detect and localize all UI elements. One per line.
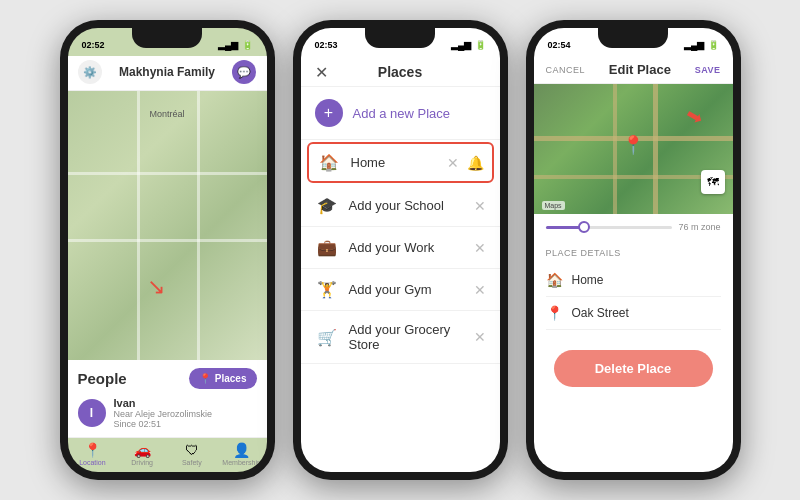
- safety-icon: 🛡: [185, 442, 199, 458]
- people-label: People: [78, 370, 127, 387]
- phone-2: 02:53 ▂▄▆ 🔋 ✕ Places + Add a new Place 🏠…: [293, 20, 508, 480]
- place-detail-name: Home: [572, 273, 604, 287]
- places-screen-header: ✕ Places: [301, 56, 500, 87]
- places-screen-title: Places: [378, 64, 422, 80]
- radius-track[interactable]: [546, 226, 673, 229]
- preview-road-v2: [653, 84, 658, 214]
- location-icon: 📍: [84, 442, 101, 458]
- places-button[interactable]: 📍 Places: [189, 368, 257, 389]
- map-road-h1: [68, 172, 267, 175]
- place-name-school: Add your School: [349, 198, 464, 213]
- place-name-grocery: Add your Grocery Store: [349, 322, 464, 352]
- map-arrow: ↘: [147, 274, 165, 300]
- phone-3: 02:54 ▂▄▆ 🔋 CANCEL Edit Place SAVE 📍 ➡ M…: [526, 20, 741, 480]
- places-icon: 📍: [199, 373, 211, 384]
- people-header: People 📍 Places: [78, 368, 257, 389]
- add-place-text: Add a new Place: [353, 106, 451, 121]
- preview-road-v1: [613, 84, 617, 214]
- place-name-icon: 🏠: [546, 272, 564, 288]
- gym-remove-icon[interactable]: ✕: [474, 282, 486, 298]
- map-pin: 📍: [622, 134, 644, 156]
- tab-safety[interactable]: 🛡 Safety: [167, 442, 217, 466]
- map-road-v2: [197, 91, 200, 360]
- wifi-icon: ▂▄▆: [218, 40, 238, 50]
- map-area: Montréal ↘: [68, 91, 267, 360]
- place-item-school[interactable]: 🎓 Add your School ✕: [301, 185, 500, 227]
- place-item-work[interactable]: 💼 Add your Work ✕: [301, 227, 500, 269]
- person-info: Ivan Near Aleje Jerozolimskie Since 02:5…: [114, 397, 213, 429]
- radius-thumb[interactable]: [578, 221, 590, 233]
- tab-driving[interactable]: 🚗 Driving: [117, 442, 167, 466]
- save-button[interactable]: SAVE: [695, 65, 721, 75]
- school-icon: 🎓: [315, 196, 339, 215]
- map-road-v1: [137, 91, 140, 360]
- driving-icon: 🚗: [134, 442, 151, 458]
- bottom-tabs: 📍 Location 🚗 Driving 🛡 Safety 👤 Membersh…: [68, 437, 267, 472]
- status-icons-3: ▂▄▆ 🔋: [684, 40, 718, 50]
- place-detail-address: Oak Street: [572, 306, 629, 320]
- battery-icon: 🔋: [242, 40, 253, 50]
- wifi-icon-3: ▂▄▆: [684, 40, 704, 50]
- family-name: Makhynia Family: [119, 65, 215, 79]
- place-item-home[interactable]: 🏠 Home ✕ 🔔: [307, 142, 494, 183]
- map-road-h2: [68, 239, 267, 242]
- status-time-1: 02:52: [82, 40, 105, 50]
- notch-2: [365, 28, 435, 48]
- gym-icon: 🏋: [315, 280, 339, 299]
- person-avatar: I: [78, 399, 106, 427]
- tab-location[interactable]: 📍 Location: [68, 442, 118, 466]
- edit-title: Edit Place: [609, 62, 671, 77]
- add-place-icon: +: [315, 99, 343, 127]
- phone-1: 02:52 ▂▄▆ 🔋 ⚙️ Makhynia Family 💬 Montréa…: [60, 20, 275, 480]
- status-icons-2: ▂▄▆ 🔋: [451, 40, 485, 50]
- map-layers-button[interactable]: 🗺: [701, 170, 725, 194]
- home-actions: ✕ 🔔: [447, 155, 484, 171]
- grocery-remove-icon[interactable]: ✕: [474, 329, 486, 345]
- place-item-grocery[interactable]: 🛒 Add your Grocery Store ✕: [301, 311, 500, 364]
- phone-2-screen: 02:53 ▂▄▆ 🔋 ✕ Places + Add a new Place 🏠…: [301, 28, 500, 472]
- phone-1-screen: 02:52 ▂▄▆ 🔋 ⚙️ Makhynia Family 💬 Montréa…: [68, 28, 267, 472]
- location-tab-label: Location: [79, 459, 105, 466]
- settings-icon[interactable]: ⚙️: [78, 60, 102, 84]
- edit-header: CANCEL Edit Place SAVE: [534, 56, 733, 84]
- home-remove-icon[interactable]: ✕: [447, 155, 459, 171]
- place-name-home: Home: [351, 155, 437, 170]
- safety-tab-label: Safety: [182, 459, 202, 466]
- battery-icon-2: 🔋: [475, 40, 486, 50]
- home-icon: 🏠: [317, 153, 341, 172]
- wifi-icon-2: ▂▄▆: [451, 40, 471, 50]
- add-place-row[interactable]: + Add a new Place: [301, 87, 500, 140]
- cancel-button[interactable]: CANCEL: [546, 65, 586, 75]
- places-btn-label: Places: [215, 373, 247, 384]
- delete-place-button[interactable]: Delete Place: [554, 350, 713, 387]
- person-row: I Ivan Near Aleje Jerozolimskie Since 02…: [78, 397, 257, 429]
- grocery-icon: 🛒: [315, 328, 339, 347]
- map-header: ⚙️ Makhynia Family 💬: [68, 56, 267, 91]
- person-name: Ivan: [114, 397, 213, 409]
- status-time-3: 02:54: [548, 40, 571, 50]
- membership-icon: 👤: [233, 442, 250, 458]
- phone-3-screen: 02:54 ▂▄▆ 🔋 CANCEL Edit Place SAVE 📍 ➡ M…: [534, 28, 733, 472]
- places-list: + Add a new Place 🏠 Home ✕ 🔔 🎓 Add your …: [301, 87, 500, 472]
- work-icon: 💼: [315, 238, 339, 257]
- status-icons-1: ▂▄▆ 🔋: [218, 40, 252, 50]
- detail-row-address: 📍 Oak Street: [546, 297, 721, 330]
- status-time-2: 02:53: [315, 40, 338, 50]
- map-preview: 📍 ➡ Maps 🗺: [534, 84, 733, 214]
- place-details-title: Place details: [546, 248, 721, 258]
- tab-membership[interactable]: 👤 Membership: [217, 442, 267, 466]
- chat-icon[interactable]: 💬: [232, 60, 256, 84]
- place-name-work: Add your Work: [349, 240, 464, 255]
- map-source-label: Maps: [542, 201, 565, 210]
- person-since: Since 02:51: [114, 419, 213, 429]
- notch-3: [598, 28, 668, 48]
- work-remove-icon[interactable]: ✕: [474, 240, 486, 256]
- avatar-initial: I: [90, 406, 93, 420]
- driving-tab-label: Driving: [131, 459, 153, 466]
- places-close-button[interactable]: ✕: [315, 63, 328, 82]
- place-item-gym[interactable]: 🏋 Add your Gym ✕: [301, 269, 500, 311]
- radius-label: 76 m zone: [678, 222, 720, 232]
- membership-tab-label: Membership: [222, 459, 261, 466]
- home-bell-icon[interactable]: 🔔: [467, 155, 484, 171]
- school-remove-icon[interactable]: ✕: [474, 198, 486, 214]
